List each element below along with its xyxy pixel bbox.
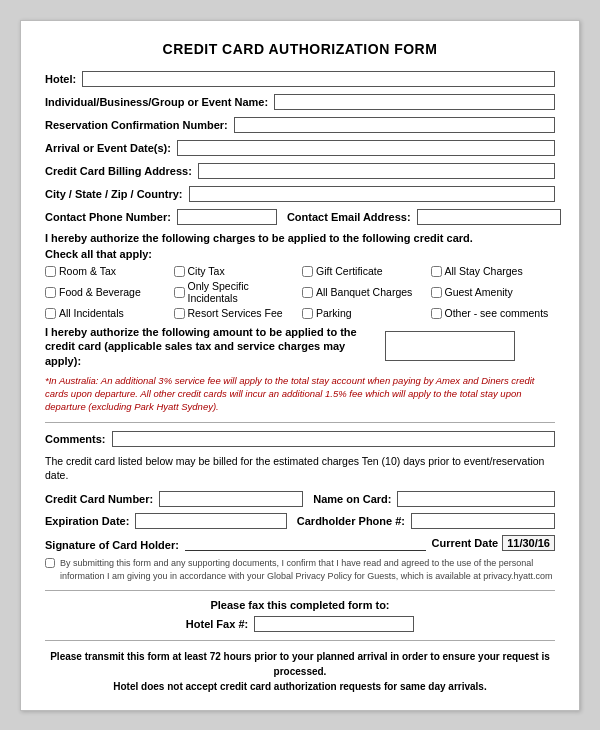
footer-line2: Hotel does not accept credit card author… — [113, 681, 486, 692]
checkbox-city-tax[interactable]: City Tax — [174, 265, 299, 277]
checkbox-room-tax-input[interactable] — [45, 266, 56, 277]
fax-title: Please fax this completed form to: — [45, 599, 555, 611]
checkbox-other-input[interactable] — [431, 308, 442, 319]
checkbox-room-tax[interactable]: Room & Tax — [45, 265, 170, 277]
billing-input[interactable] — [198, 163, 555, 179]
checkbox-other-label: Other - see comments — [445, 307, 549, 319]
checkbox-parking-label: Parking — [316, 307, 352, 319]
amount-row: I hereby authorize the following amount … — [45, 325, 555, 368]
name-on-card-col: Name on Card: — [313, 491, 555, 507]
city-state-input[interactable] — [189, 186, 555, 202]
fax-input[interactable] — [254, 616, 414, 632]
checkbox-city-tax-input[interactable] — [174, 266, 185, 277]
checkbox-all-incidentals-input[interactable] — [45, 308, 56, 319]
card-number-input[interactable] — [159, 491, 303, 507]
name-on-card-input[interactable] — [397, 491, 555, 507]
footer-note: Please transmit this form at least 72 ho… — [45, 649, 555, 694]
signature-label: Signature of Card Holder: — [45, 539, 179, 551]
contact-row: Contact Phone Number: Contact Email Addr… — [45, 209, 555, 225]
divider-3 — [45, 640, 555, 641]
checkbox-gift-cert-label: Gift Certificate — [316, 265, 383, 277]
checkbox-specific-incidentals-label: Only Specific Incidentals — [188, 280, 299, 304]
individual-input[interactable] — [274, 94, 555, 110]
card-number-label: Credit Card Number: — [45, 493, 153, 505]
checkbox-guest-amenity[interactable]: Guest Amenity — [431, 280, 556, 304]
comments-input[interactable] — [112, 431, 555, 447]
billing-note: The credit card listed below may be bill… — [45, 454, 555, 483]
arrival-label: Arrival or Event Date(s): — [45, 142, 171, 154]
checkbox-all-banquet-input[interactable] — [302, 287, 313, 298]
billing-row: Credit Card Billing Address: — [45, 163, 555, 179]
expiration-label: Expiration Date: — [45, 515, 129, 527]
checkbox-specific-incidentals-input[interactable] — [174, 287, 185, 298]
signature-row: Signature of Card Holder: Current Date 1… — [45, 535, 555, 551]
card-number-col: Credit Card Number: — [45, 491, 303, 507]
australia-note: *In Australia: An additional 3% service … — [45, 374, 555, 414]
checkbox-all-stay[interactable]: All Stay Charges — [431, 265, 556, 277]
hotel-input[interactable] — [82, 71, 555, 87]
name-on-card-label: Name on Card: — [313, 493, 391, 505]
checkbox-parking[interactable]: Parking — [302, 307, 427, 319]
credit-card-form: CREDIT CARD AUTHORIZATION FORM Hotel: In… — [20, 20, 580, 711]
phone-input[interactable] — [177, 209, 277, 225]
checkbox-all-stay-label: All Stay Charges — [445, 265, 523, 277]
checkbox-all-banquet-label: All Banquet Charges — [316, 286, 412, 298]
reservation-label: Reservation Confirmation Number: — [45, 119, 228, 131]
divider-1 — [45, 422, 555, 423]
checkbox-all-stay-input[interactable] — [431, 266, 442, 277]
expiration-col: Expiration Date: — [45, 513, 287, 529]
individual-label: Individual/Business/Group or Event Name: — [45, 96, 268, 108]
expiration-input[interactable] — [135, 513, 286, 529]
checkbox-room-tax-label: Room & Tax — [59, 265, 116, 277]
checkbox-all-banquet[interactable]: All Banquet Charges — [302, 280, 427, 304]
phone-col: Contact Phone Number: — [45, 209, 277, 225]
checkbox-all-incidentals[interactable]: All Incidentals — [45, 307, 170, 319]
comments-row: Comments: — [45, 431, 555, 447]
checkbox-food-bev[interactable]: Food & Beverage — [45, 280, 170, 304]
cardholder-phone-col: Cardholder Phone #: — [297, 513, 555, 529]
amount-input[interactable] — [385, 331, 515, 361]
consent-text: By submitting this form and any supporti… — [60, 557, 555, 582]
checkbox-parking-input[interactable] — [302, 308, 313, 319]
phone-label: Contact Phone Number: — [45, 211, 171, 223]
divider-2 — [45, 590, 555, 591]
checkbox-guest-amenity-input[interactable] — [431, 287, 442, 298]
signature-line — [185, 535, 426, 551]
email-col: Contact Email Address: — [287, 209, 561, 225]
individual-row: Individual/Business/Group or Event Name: — [45, 94, 555, 110]
checkbox-specific-incidentals[interactable]: Only Specific Incidentals — [174, 280, 299, 304]
hotel-label: Hotel: — [45, 73, 76, 85]
page-title: CREDIT CARD AUTHORIZATION FORM — [45, 41, 555, 57]
check-all-text: Check all that apply: — [45, 248, 555, 260]
checkbox-other[interactable]: Other - see comments — [431, 307, 556, 319]
checkbox-gift-cert-input[interactable] — [302, 266, 313, 277]
city-state-label: City / State / Zip / Country: — [45, 188, 183, 200]
comments-label: Comments: — [45, 433, 106, 445]
arrival-row: Arrival or Event Date(s): — [45, 140, 555, 156]
reservation-input[interactable] — [234, 117, 555, 133]
arrival-input[interactable] — [177, 140, 555, 156]
fax-label: Hotel Fax #: — [186, 618, 248, 630]
checkbox-food-bev-input[interactable] — [45, 287, 56, 298]
email-label: Contact Email Address: — [287, 211, 411, 223]
checkbox-grid: Room & Tax City Tax Gift Certificate All… — [45, 265, 555, 319]
checkbox-resort-fee-input[interactable] — [174, 308, 185, 319]
reservation-row: Reservation Confirmation Number: — [45, 117, 555, 133]
checkbox-all-incidentals-label: All Incidentals — [59, 307, 124, 319]
cardholder-phone-label: Cardholder Phone #: — [297, 515, 405, 527]
city-state-row: City / State / Zip / Country: — [45, 186, 555, 202]
checkbox-resort-fee-label: Resort Services Fee — [188, 307, 283, 319]
fax-row: Hotel Fax #: — [45, 616, 555, 632]
consent-checkbox[interactable] — [45, 558, 55, 568]
consent-row: By submitting this form and any supporti… — [45, 557, 555, 582]
authorize-text1: I hereby authorize the following charges… — [45, 232, 555, 244]
checkbox-food-bev-label: Food & Beverage — [59, 286, 141, 298]
checkbox-gift-cert[interactable]: Gift Certificate — [302, 265, 427, 277]
expiration-row: Expiration Date: Cardholder Phone #: — [45, 513, 555, 529]
footer-line1: Please transmit this form at least 72 ho… — [50, 651, 550, 677]
checkbox-resort-fee[interactable]: Resort Services Fee — [174, 307, 299, 319]
cardholder-phone-input[interactable] — [411, 513, 555, 529]
card-number-row: Credit Card Number: Name on Card: — [45, 491, 555, 507]
date-value: 11/30/16 — [502, 535, 555, 551]
email-input[interactable] — [417, 209, 561, 225]
